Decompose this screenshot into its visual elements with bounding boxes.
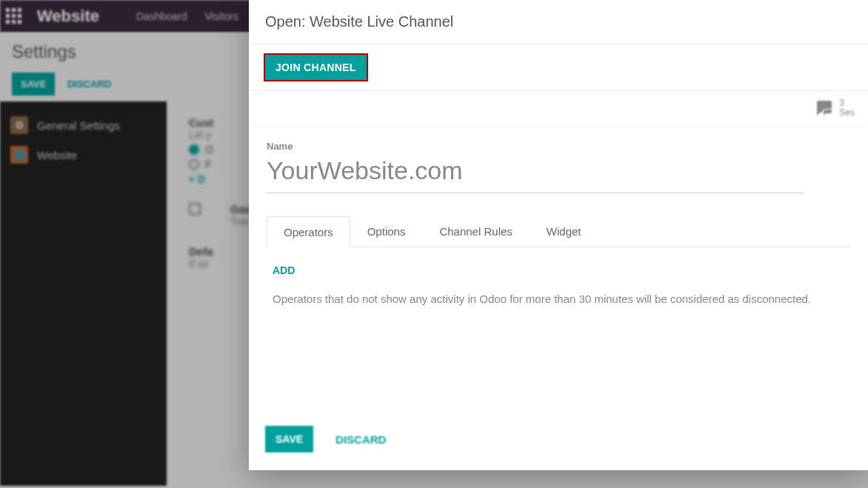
tab-content-operators: ADD Operators that do not show any activ…	[267, 247, 850, 321]
tab-channel-rules[interactable]: Channel Rules	[422, 215, 529, 247]
channel-name-input[interactable]	[267, 153, 804, 193]
stat-label: Ses	[839, 108, 855, 118]
tab-operators[interactable]: Operators	[267, 216, 350, 247]
modal-title: Open: Website Live Channel	[249, 0, 868, 44]
modal-save-button[interactable]: SAVE	[265, 426, 313, 452]
tab-widget[interactable]: Widget	[530, 215, 598, 247]
modal-footer: SAVE DISCARD	[249, 414, 868, 470]
join-channel-button[interactable]: JOIN CHANNEL	[264, 53, 368, 81]
modal-action-bar: JOIN CHANNEL	[249, 44, 868, 91]
tab-options[interactable]: Options	[350, 215, 423, 247]
add-operator-button[interactable]: ADD	[273, 264, 295, 276]
modal-discard-button[interactable]: DISCARD	[327, 427, 395, 452]
operators-help-text: Operators that do not show any activity …	[273, 293, 844, 305]
chat-icon	[815, 99, 833, 117]
name-field-label: Name	[267, 141, 850, 152]
modal-tabs: Operators Options Channel Rules Widget	[267, 215, 850, 247]
sessions-stat[interactable]: 3 Ses	[815, 98, 855, 118]
modal-body: Name Operators Options Channel Rules Wid…	[249, 126, 868, 414]
live-channel-modal: Open: Website Live Channel JOIN CHANNEL …	[249, 0, 868, 470]
modal-stats: 3 Ses	[249, 91, 868, 126]
